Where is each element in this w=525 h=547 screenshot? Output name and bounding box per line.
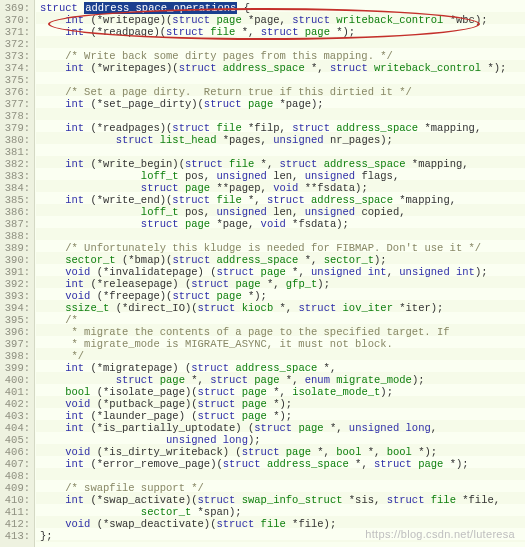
code-line: int (*error_remove_page)(struct address_… <box>40 458 525 470</box>
code-line: * migrate the contents of a page to the … <box>40 326 525 338</box>
code-line <box>40 230 525 242</box>
code-editor: 369:370:371:372:373:374:375:376:377:378:… <box>0 0 525 547</box>
code-line: void (*putback_page)(struct page *); <box>40 398 525 410</box>
line-number: 406: <box>0 446 34 458</box>
code-area[interactable]: struct address_space_operations { int (*… <box>36 0 525 542</box>
code-line: int (*migratepage) (struct address_space… <box>40 362 525 374</box>
code-line: * migrate_mode is MIGRATE_ASYNC, it must… <box>40 338 525 350</box>
line-number: 404: <box>0 422 34 434</box>
code-line: void (*invalidatepage) (struct page *, u… <box>40 266 525 278</box>
line-number: 398: <box>0 350 34 362</box>
line-number: 372: <box>0 38 34 50</box>
line-number: 403: <box>0 410 34 422</box>
line-number: 399: <box>0 362 34 374</box>
line-number: 395: <box>0 314 34 326</box>
line-number: 392: <box>0 278 34 290</box>
line-number: 387: <box>0 218 34 230</box>
code-line: int (*set_page_dirty)(struct page *page)… <box>40 98 525 110</box>
line-number: 388: <box>0 230 34 242</box>
code-line: ssize_t (*direct_IO)(struct kiocb *, str… <box>40 302 525 314</box>
code-line: int (*is_partially_uptodate) (struct pag… <box>40 422 525 434</box>
code-line: struct list_head *pages, unsigned nr_pag… <box>40 134 525 146</box>
code-line: struct page *page, void *fsdata); <box>40 218 525 230</box>
code-line: */ <box>40 350 525 362</box>
code-line <box>40 146 525 158</box>
code-line: sector_t (*bmap)(struct address_space *,… <box>40 254 525 266</box>
line-number: 369: <box>0 2 34 14</box>
line-number: 409: <box>0 482 34 494</box>
code-line: void (*freepage)(struct page *); <box>40 290 525 302</box>
line-number: 374: <box>0 62 34 74</box>
line-number: 408: <box>0 470 34 482</box>
line-number: 411: <box>0 506 34 518</box>
code-line: struct page *, struct page *, enum migra… <box>40 374 525 386</box>
code-line: int (*writepage)(struct page *page, stru… <box>40 14 525 26</box>
line-number: 373: <box>0 50 34 62</box>
line-number: 410: <box>0 494 34 506</box>
line-number: 371: <box>0 26 34 38</box>
code-line: bool (*isolate_page)(struct page *, isol… <box>40 386 525 398</box>
line-number: 407: <box>0 458 34 470</box>
line-number-gutter: 369:370:371:372:373:374:375:376:377:378:… <box>0 0 35 547</box>
line-number: 390: <box>0 254 34 266</box>
code-line: /* swapfile support */ <box>40 482 525 494</box>
line-number: 377: <box>0 98 34 110</box>
code-line <box>40 110 525 122</box>
code-line: int (*writepages)(struct address_space *… <box>40 62 525 74</box>
line-number: 402: <box>0 398 34 410</box>
line-number: 370: <box>0 14 34 26</box>
code-line: /* Write back some dirty pages from this… <box>40 50 525 62</box>
code-line: }; <box>40 530 525 542</box>
line-number: 393: <box>0 290 34 302</box>
code-line: int (*readpage)(struct file *, struct pa… <box>40 26 525 38</box>
line-number: 394: <box>0 302 34 314</box>
code-line: int (*write_begin)(struct file *, struct… <box>40 158 525 170</box>
line-number: 396: <box>0 326 34 338</box>
line-number: 378: <box>0 110 34 122</box>
code-line: loff_t pos, unsigned len, unsigned copie… <box>40 206 525 218</box>
code-line: void (*is_dirty_writeback) (struct page … <box>40 446 525 458</box>
line-number: 376: <box>0 86 34 98</box>
line-number: 382: <box>0 158 34 170</box>
code-line: struct address_space_operations { <box>40 2 525 14</box>
code-line: loff_t pos, unsigned len, unsigned flags… <box>40 170 525 182</box>
code-line: unsigned long); <box>40 434 525 446</box>
line-number: 386: <box>0 206 34 218</box>
line-number: 405: <box>0 434 34 446</box>
line-number: 391: <box>0 266 34 278</box>
line-number: 380: <box>0 134 34 146</box>
code-line: /* <box>40 314 525 326</box>
line-number: 389: <box>0 242 34 254</box>
line-number: 412: <box>0 518 34 530</box>
code-line <box>40 38 525 50</box>
code-line: int (*write_end)(struct file *, struct a… <box>40 194 525 206</box>
code-line: int (*releasepage) (struct page *, gfp_t… <box>40 278 525 290</box>
code-line: /* Unfortunately this kludge is needed f… <box>40 242 525 254</box>
code-line: void (*swap_deactivate)(struct file *fil… <box>40 518 525 530</box>
code-line: struct page **pagep, void **fsdata); <box>40 182 525 194</box>
line-number: 401: <box>0 386 34 398</box>
code-line: int (*swap_activate)(struct swap_info_st… <box>40 494 525 506</box>
code-line: sector_t *span); <box>40 506 525 518</box>
code-line: /* Set a page dirty. Return true if this… <box>40 86 525 98</box>
code-line: int (*readpages)(struct file *filp, stru… <box>40 122 525 134</box>
line-number: 397: <box>0 338 34 350</box>
line-number: 375: <box>0 74 34 86</box>
line-number: 400: <box>0 374 34 386</box>
line-number: 381: <box>0 146 34 158</box>
line-number: 385: <box>0 194 34 206</box>
line-number: 383: <box>0 170 34 182</box>
line-number: 413: <box>0 530 34 542</box>
line-number: 384: <box>0 182 34 194</box>
line-number: 379: <box>0 122 34 134</box>
code-line <box>40 74 525 86</box>
code-line: int (*launder_page) (struct page *); <box>40 410 525 422</box>
code-line <box>40 470 525 482</box>
